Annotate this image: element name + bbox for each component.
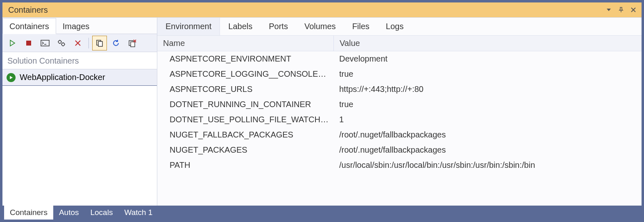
container-item[interactable]: WebApplication-Docker — [2, 69, 157, 86]
tab-label: Autos — [59, 208, 79, 217]
settings-button[interactable] — [54, 36, 69, 50]
table-row[interactable]: NUGET_PACKAGES/root/.nuget/fallbackpacka… — [157, 142, 642, 158]
tab-ports[interactable]: Ports — [261, 18, 296, 35]
env-name: DOTNET_USE_POLLING_FILE_WATCHER — [157, 115, 333, 124]
column-name[interactable]: Name — [157, 39, 333, 48]
tab-containers[interactable]: Containers — [2, 18, 56, 34]
left-tabs: Containers Images — [2, 18, 157, 34]
table-row[interactable]: PATH/usr/local/sbin:/usr/local/bin:/usr/… — [157, 158, 642, 173]
tab-images[interactable]: Images — [56, 18, 96, 34]
tab-label: Logs — [386, 22, 404, 31]
window-title: Containers — [8, 5, 601, 15]
table-row[interactable]: NUGET_FALLBACK_PACKAGES/root/.nuget/fall… — [157, 127, 642, 142]
env-name: ASPNETCORE_LOGGING__CONSOLE__DISABLECOLO… — [157, 69, 333, 79]
env-value: true — [333, 69, 642, 79]
bottom-tabs: Containers Autos Locals Watch 1 — [2, 206, 642, 220]
svg-rect-7 — [131, 42, 135, 47]
tab-label: Ports — [269, 22, 288, 31]
copy-button[interactable] — [92, 36, 107, 50]
right-pane: Environment Labels Ports Volumes Files L… — [157, 18, 642, 206]
start-button[interactable] — [5, 36, 20, 50]
tab-volumes[interactable]: Volumes — [296, 18, 344, 35]
refresh-button[interactable] — [109, 36, 123, 50]
table-row[interactable]: DOTNET_USE_POLLING_FILE_WATCHER1 — [157, 112, 642, 127]
tab-logs[interactable]: Logs — [378, 18, 412, 35]
toolbar — [2, 34, 157, 52]
stop-button[interactable] — [21, 36, 36, 50]
env-value: true — [333, 100, 642, 109]
env-value: https://+:443;http://+:80 — [333, 85, 642, 94]
env-value: Development — [333, 54, 642, 64]
tab-label: Volumes — [304, 22, 336, 31]
svg-rect-5 — [98, 41, 102, 46]
detail-tabs: Environment Labels Ports Volumes Files L… — [157, 18, 642, 36]
env-value: /root/.nuget/fallbackpackages — [333, 130, 642, 140]
env-value: /root/.nuget/fallbackpackages — [333, 145, 642, 155]
env-value: 1 — [333, 115, 642, 124]
bottom-tab-autos[interactable]: Autos — [53, 206, 85, 220]
table-row[interactable]: DOTNET_RUNNING_IN_CONTAINERtrue — [157, 97, 642, 112]
close-button[interactable] — [628, 5, 638, 15]
container-item-label: WebApplication-Docker — [20, 73, 105, 82]
bottom-tab-locals[interactable]: Locals — [84, 206, 118, 220]
prune-button[interactable] — [125, 36, 140, 50]
env-name: DOTNET_RUNNING_IN_CONTAINER — [157, 100, 333, 109]
svg-rect-1 — [41, 40, 49, 46]
tab-label: Environment — [166, 22, 211, 31]
tab-files[interactable]: Files — [344, 18, 378, 35]
table-row[interactable]: ASPNETCORE_ENVIRONMENTDevelopment — [157, 51, 642, 66]
env-name: NUGET_PACKAGES — [157, 145, 333, 155]
tab-label: Watch 1 — [124, 208, 152, 217]
grid-header: Name Value — [157, 36, 642, 51]
delete-button[interactable] — [70, 36, 85, 50]
bottom-tab-watch1[interactable]: Watch 1 — [118, 206, 158, 220]
tab-label: Labels — [228, 22, 252, 31]
tab-environment[interactable]: Environment — [157, 18, 220, 35]
tab-label: Containers — [10, 208, 48, 217]
grid-body[interactable]: ASPNETCORE_ENVIRONMENTDevelopmentASPNETC… — [157, 51, 642, 206]
env-name: NUGET_FALLBACK_PACKAGES — [157, 130, 333, 140]
table-row[interactable]: ASPNETCORE_LOGGING__CONSOLE__DISABLECOLO… — [157, 66, 642, 82]
svg-rect-0 — [26, 41, 31, 46]
table-row[interactable]: ASPNETCORE_URLShttps://+:443;http://+:80 — [157, 82, 642, 97]
tab-label: Containers — [9, 22, 49, 31]
section-label: Solution Containers — [2, 52, 157, 69]
title-bar[interactable]: Containers — [2, 2, 642, 17]
terminal-button[interactable] — [38, 36, 52, 50]
pin-button[interactable] — [616, 5, 626, 15]
env-name: ASPNETCORE_ENVIRONMENT — [157, 54, 333, 64]
env-value: /usr/local/sbin:/usr/local/bin:/usr/sbin… — [333, 160, 642, 170]
env-name: PATH — [157, 160, 333, 170]
tab-label: Images — [63, 22, 90, 31]
toolbar-separator — [88, 38, 89, 48]
running-icon — [7, 73, 16, 82]
column-value[interactable]: Value — [334, 39, 642, 48]
containers-tool-window: Containers Containers Images — [2, 2, 642, 220]
content-area: Containers Images — [2, 17, 642, 206]
env-name: ASPNETCORE_URLS — [157, 85, 333, 94]
tab-label: Files — [352, 22, 370, 31]
tab-labels[interactable]: Labels — [220, 18, 261, 35]
tab-label: Locals — [90, 208, 113, 217]
bottom-tab-containers[interactable]: Containers — [4, 206, 53, 220]
left-pane: Containers Images — [2, 18, 157, 206]
window-options-button[interactable] — [604, 5, 614, 15]
